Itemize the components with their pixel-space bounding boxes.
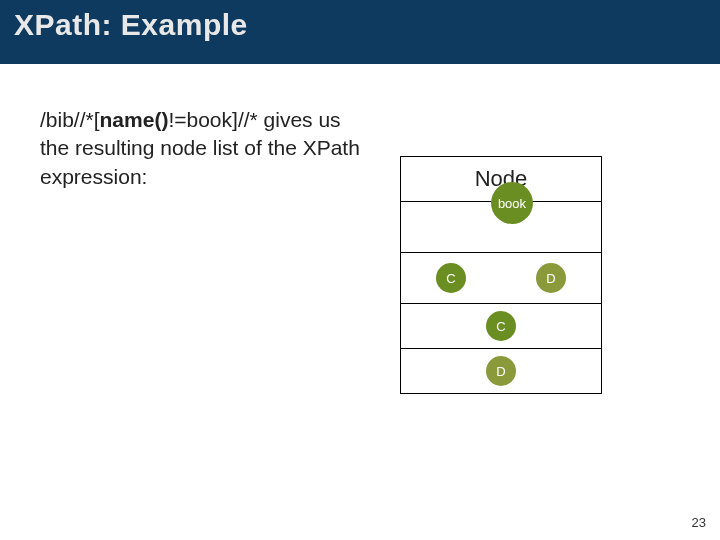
title-bar: XPath: Example [0, 0, 720, 64]
node-c-circle: C [436, 263, 466, 293]
table-row: C D [401, 253, 602, 304]
cd-pair: C D [401, 253, 601, 303]
table-row: C [401, 304, 602, 349]
node-table-wrap: Node book C D [400, 156, 602, 394]
table-cell-d2: D [401, 349, 602, 394]
slide-title: XPath: Example [14, 8, 706, 42]
table-cell-cd: C D [401, 253, 602, 304]
table-cell-c2: C [401, 304, 602, 349]
title-subbar [0, 64, 720, 86]
table-row: book [401, 202, 602, 253]
table-row: D [401, 349, 602, 394]
node-d-circle: D [536, 263, 566, 293]
node-d2-circle: D [486, 356, 516, 386]
node-table: Node book C D [400, 156, 602, 394]
description-text: /bib//*[name()!=book]//* gives us the re… [40, 106, 370, 191]
table-cell-book: book [401, 202, 602, 253]
node-c2-circle: C [486, 311, 516, 341]
c2-wrap: C [401, 304, 601, 348]
slide: XPath: Example /bib//*[name()!=book]//* … [0, 0, 720, 540]
page-number: 23 [692, 515, 706, 530]
d2-wrap: D [401, 349, 601, 393]
xpath-pre: /bib//*[ [40, 108, 100, 131]
xpath-keyword: name() [100, 108, 169, 131]
node-book-circle: book [491, 182, 533, 224]
content-area: /bib//*[name()!=book]//* gives us the re… [0, 86, 720, 191]
